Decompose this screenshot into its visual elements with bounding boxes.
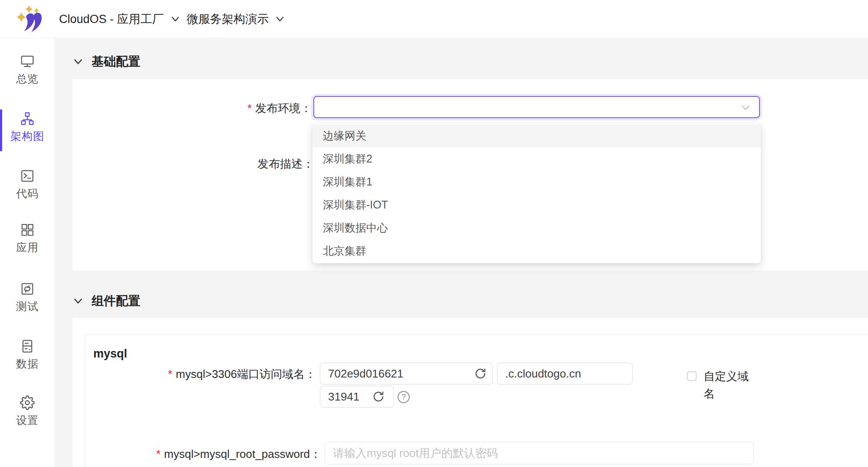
app-title: CloudOS - 应用工厂 — [59, 11, 164, 27]
dropdown-option[interactable]: 深圳集群-IOT — [312, 193, 761, 216]
dropdown-option[interactable]: 北京集群 — [312, 239, 761, 262]
dropdown-option[interactable]: 边缘网关 — [312, 124, 761, 147]
gear-icon — [20, 395, 35, 410]
password-field-label: *mysql>mysql_root_password： — [130, 447, 321, 462]
left-nav-sidebar: 总览 架构图 代码 应用 — [0, 38, 55, 467]
project-switcher[interactable]: 微服务架构演示 — [187, 0, 285, 38]
chevron-down-icon — [72, 56, 84, 67]
sidebar-item-label: 总览 — [16, 72, 39, 86]
password-input[interactable] — [325, 442, 754, 464]
dropdown-option[interactable]: 深圳集群2 — [312, 147, 761, 170]
monitor-icon — [20, 54, 35, 69]
sitemap-icon — [20, 111, 35, 126]
domain-suffix-input[interactable] — [497, 363, 633, 384]
apps-grid-icon — [20, 222, 35, 237]
project-title: 微服务架构演示 — [187, 11, 269, 27]
database-icon — [20, 339, 35, 354]
component-name: mysql — [93, 347, 127, 361]
section-title: 组件配置 — [92, 293, 140, 309]
sidebar-item-label: 数据 — [16, 357, 39, 371]
env-dropdown-menu: 边缘网关 深圳集群2 深圳集群1 深圳集群-IOT 深圳数据中心 北京集群 — [312, 123, 761, 263]
env-select[interactable] — [313, 96, 760, 118]
sidebar-item-overview[interactable]: 总览 — [0, 54, 55, 94]
top-header-bar: CloudOS - 应用工厂 微服务架构演示 — [0, 0, 868, 38]
cloudos-logo-icon — [16, 4, 43, 33]
sidebar-item-data[interactable]: 数据 — [0, 339, 55, 379]
refresh-icon[interactable] — [474, 367, 487, 380]
custom-domain-label[interactable]: 自定义域名 — [704, 368, 754, 402]
chevron-down-icon — [72, 295, 84, 307]
section-title: 基础配置 — [92, 53, 140, 70]
test-cycle-icon — [20, 282, 35, 296]
sidebar-item-architecture[interactable]: 架构图 — [0, 111, 55, 151]
app-switcher[interactable]: CloudOS - 应用工厂 — [59, 0, 181, 38]
active-indicator-bar — [0, 109, 2, 151]
chevron-down-icon — [170, 14, 181, 24]
terminal-icon — [20, 169, 35, 183]
domain-field-label: *mysql>3306端口访问域名： — [139, 367, 316, 382]
desc-field-label: 发布描述： — [165, 156, 314, 172]
sidebar-item-label: 代码 — [16, 186, 39, 201]
required-marker: * — [247, 102, 252, 115]
sidebar-item-settings[interactable]: 设置 — [0, 395, 55, 435]
component-config-section-header[interactable]: 组件配置 — [72, 293, 140, 309]
env-field-label: *发布环境： — [165, 101, 312, 116]
sidebar-item-label: 设置 — [16, 413, 39, 427]
cloudos-app-window: CloudOS - 应用工厂 微服务架构演示 总览 架构图 — [0, 0, 868, 467]
domain-prefix-input[interactable] — [320, 363, 493, 384]
dropdown-option[interactable]: 深圳集群1 — [312, 170, 761, 193]
dropdown-option[interactable]: 深圳数据中心 — [312, 216, 761, 239]
sidebar-item-apps[interactable]: 应用 — [0, 222, 55, 262]
sidebar-item-label: 应用 — [16, 240, 39, 255]
sidebar-item-code[interactable]: 代码 — [0, 169, 55, 209]
chevron-down-icon — [740, 102, 751, 113]
custom-domain-checkbox[interactable] — [687, 371, 697, 381]
required-marker: * — [156, 447, 161, 460]
sidebar-item-test[interactable]: 测试 — [0, 282, 55, 321]
sidebar-item-label: 测试 — [16, 299, 39, 314]
refresh-icon[interactable] — [372, 390, 385, 403]
help-question-icon[interactable]: ? — [398, 391, 410, 403]
required-marker: * — [168, 368, 172, 381]
sidebar-item-label: 架构图 — [10, 129, 44, 143]
chevron-down-icon — [275, 14, 285, 24]
basic-config-section-header[interactable]: 基础配置 — [72, 53, 140, 70]
